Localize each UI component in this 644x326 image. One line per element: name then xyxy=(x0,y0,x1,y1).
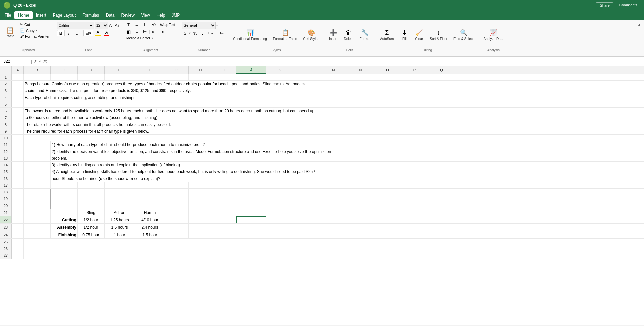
cell-e17[interactable] xyxy=(105,182,135,188)
border-button[interactable]: ⊞▾ xyxy=(83,30,93,36)
grid-scroll[interactable]: 1 2 Bangs Leisure Chairs (a one man o xyxy=(0,74,644,325)
menu-item-review[interactable]: Review xyxy=(118,11,138,19)
col-header-m[interactable]: M xyxy=(320,66,347,74)
cell-f22[interactable]: 4/10 hour xyxy=(135,216,165,223)
cell-l22[interactable] xyxy=(293,216,320,223)
cell-c18[interactable] xyxy=(51,189,78,195)
cell-i20[interactable] xyxy=(212,202,236,209)
cell-b21[interactable] xyxy=(24,209,51,216)
cell-h18[interactable] xyxy=(189,189,212,195)
cell-k23[interactable] xyxy=(266,224,293,231)
underline-button[interactable]: U xyxy=(73,30,81,36)
cell-a15[interactable] xyxy=(12,168,24,175)
col-header-b[interactable]: B xyxy=(24,66,51,74)
orientation-button[interactable]: ⟲ xyxy=(150,22,158,28)
cell-j19[interactable] xyxy=(236,195,266,202)
cell-b2-merged[interactable]: Bangs Leisure Chairs (a one man operatio… xyxy=(24,81,428,87)
cell-b5[interactable] xyxy=(24,101,428,107)
cell-a3[interactable] xyxy=(12,87,24,94)
cell-j21[interactable] xyxy=(236,209,266,216)
cell-b10[interactable] xyxy=(24,135,428,141)
cell-d22[interactable]: 1/2 hour xyxy=(78,216,105,223)
cell-a10[interactable] xyxy=(12,135,24,141)
cell-h21[interactable] xyxy=(189,209,212,216)
cell-o1[interactable] xyxy=(374,74,401,80)
increase-font-button[interactable]: A↑ xyxy=(109,23,114,28)
cell-e22[interactable]: 1.25 hours xyxy=(105,216,135,223)
cell-f17[interactable] xyxy=(135,182,165,188)
cell-a12[interactable] xyxy=(12,148,24,155)
cell-h22[interactable] xyxy=(189,216,212,223)
formula-input[interactable] xyxy=(48,58,642,64)
cell-k21[interactable] xyxy=(266,209,293,216)
cell-j24[interactable] xyxy=(236,231,266,238)
cell-j23[interactable] xyxy=(236,224,266,231)
format-as-table-button[interactable]: 📋 Format as Table xyxy=(271,24,300,46)
col-header-c[interactable]: C xyxy=(51,66,78,74)
cell-a8[interactable] xyxy=(12,121,24,128)
col-header-i[interactable]: I xyxy=(212,66,236,74)
analyze-data-button[interactable]: 📈 Analyze Data xyxy=(481,24,506,46)
col-header-o[interactable]: O xyxy=(374,66,401,74)
cell-b8-merged[interactable]: The retailer he works with is certain th… xyxy=(24,121,428,128)
menu-item-home[interactable]: Home xyxy=(14,11,32,19)
col-header-e[interactable]: E xyxy=(105,66,135,74)
cell-h20[interactable] xyxy=(189,202,212,209)
cell-i19[interactable] xyxy=(212,195,236,202)
cell-a27[interactable] xyxy=(12,252,24,259)
col-header-k[interactable]: K xyxy=(266,66,293,74)
cell-d18[interactable] xyxy=(78,189,105,195)
menu-item-view[interactable]: View xyxy=(138,11,153,19)
col-header-l[interactable]: L xyxy=(293,66,320,74)
col-header-j[interactable]: J xyxy=(236,66,266,74)
cut-button[interactable]: ✂Cut xyxy=(18,22,52,27)
cell-f20[interactable] xyxy=(135,202,165,209)
cell-b7-merged[interactable]: to 60 hours on either of the other two a… xyxy=(24,114,428,121)
cell-e19[interactable] xyxy=(105,195,135,202)
menu-item-file[interactable]: File xyxy=(1,11,14,19)
align-middle-button[interactable]: ≡ xyxy=(133,22,140,28)
insert-button[interactable]: ➕ Insert xyxy=(327,24,340,46)
share-button[interactable]: Share xyxy=(596,2,613,8)
cell-a26[interactable] xyxy=(12,245,24,252)
cell-h24[interactable] xyxy=(189,231,212,238)
cell-b18[interactable] xyxy=(24,189,51,195)
cell-i23[interactable] xyxy=(212,224,236,231)
col-header-f[interactable]: F xyxy=(135,66,165,74)
cell-k24[interactable] xyxy=(266,231,293,238)
cell-i1[interactable] xyxy=(212,74,236,80)
cell-d21[interactable]: Sling xyxy=(78,209,105,216)
cell-g24[interactable] xyxy=(165,231,189,238)
align-right-button[interactable]: ⊨ xyxy=(141,29,149,35)
cell-e20[interactable] xyxy=(105,202,135,209)
merge-center-button[interactable]: Merge & Center xyxy=(125,36,152,41)
confirm-icon[interactable]: ✓ xyxy=(39,59,42,64)
cancel-icon[interactable]: ✗ xyxy=(34,59,37,64)
cell-k22[interactable] xyxy=(266,216,293,223)
cell-b27[interactable] xyxy=(24,252,428,259)
cell-d19[interactable] xyxy=(78,195,105,202)
cell-b6-merged[interactable]: The owner is retired and is available to… xyxy=(24,108,428,114)
cell-b12[interactable] xyxy=(24,148,51,155)
align-left-button[interactable]: ◧ xyxy=(125,29,133,35)
cell-e18[interactable] xyxy=(105,189,135,195)
menu-item-data[interactable]: Data xyxy=(103,11,118,19)
cell-h17[interactable] xyxy=(189,182,212,188)
cell-a5[interactable] xyxy=(12,101,24,107)
cell-a6[interactable] xyxy=(12,108,24,114)
cell-g17[interactable] xyxy=(165,182,189,188)
ribbon-collapse-button[interactable]: ▲ xyxy=(636,21,643,28)
italic-button[interactable]: I xyxy=(66,30,72,36)
col-header-n[interactable]: N xyxy=(347,66,374,74)
col-header-a[interactable]: A xyxy=(12,66,24,74)
cell-i17[interactable] xyxy=(212,182,236,188)
cell-f1[interactable] xyxy=(135,74,165,80)
menu-item-page-layout[interactable]: Page Layout xyxy=(50,11,79,19)
cell-j17[interactable] xyxy=(236,182,266,188)
cell-i18[interactable] xyxy=(212,189,236,195)
col-header-h[interactable]: H xyxy=(189,66,212,74)
percent-button[interactable]: % xyxy=(191,30,199,36)
cell-a22[interactable] xyxy=(12,216,24,223)
decrease-indent-button[interactable]: ⇤ xyxy=(150,29,157,35)
number-format-select[interactable]: General xyxy=(182,22,216,29)
